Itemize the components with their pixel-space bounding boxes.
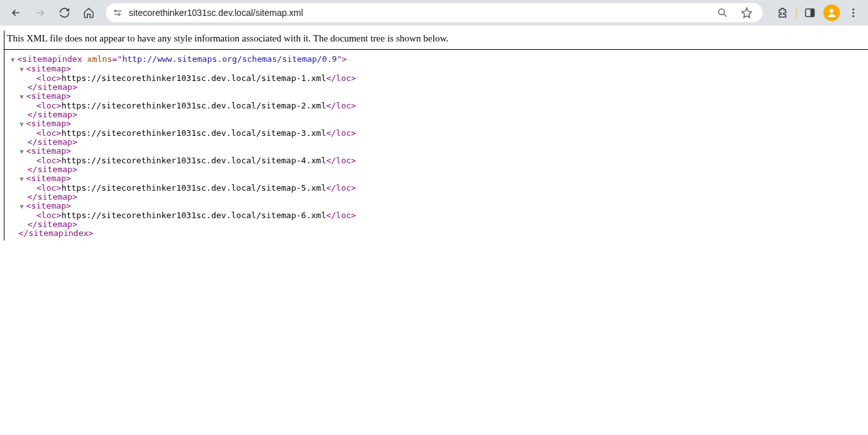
svg-rect-8 <box>811 9 814 17</box>
xml-root-open[interactable]: ▼<sitemapindex xmlns="http://www.sitemap… <box>10 55 865 64</box>
xml-root-close: </sitemapindex> <box>10 229 865 238</box>
bookmark-icon[interactable] <box>737 3 756 22</box>
browser-toolbar: sitecorethinker1031sc.dev.local/sitemap.… <box>0 0 868 26</box>
profile-icon[interactable] <box>823 4 840 21</box>
xml-sitemap-close-5: </sitemap> <box>10 220 865 229</box>
page-content: This XML file does not appear to have an… <box>4 31 868 240</box>
url-text: sitecorethinker1031sc.dev.local/sitemap.… <box>129 8 708 18</box>
xml-sitemap-open-5[interactable]: ▼<sitemap> <box>10 202 865 211</box>
xml-sitemap-open-4[interactable]: ▼<sitemap> <box>10 174 865 184</box>
xml-sitemap-close-0: </sitemap> <box>10 83 865 92</box>
xml-loc-3: <loc>https://sitecorethinker1031sc.dev.l… <box>10 156 865 165</box>
expander-icon[interactable]: ▼ <box>11 55 17 64</box>
xml-sitemap-close-3: </sitemap> <box>10 165 865 174</box>
xml-tree: ▼<sitemapindex xmlns="http://www.sitemap… <box>4 50 868 240</box>
svg-point-2 <box>118 13 120 15</box>
toolbar-right <box>769 3 863 22</box>
svg-point-10 <box>853 8 855 10</box>
xml-sitemap-open-1[interactable]: ▼<sitemap> <box>10 92 865 101</box>
back-button[interactable] <box>5 2 27 24</box>
site-info-icon[interactable] <box>112 7 124 18</box>
zoom-icon[interactable] <box>713 3 732 22</box>
svg-point-12 <box>853 15 855 17</box>
xml-sitemap-close-1: </sitemap> <box>10 110 865 119</box>
svg-point-9 <box>830 9 834 13</box>
separator <box>796 7 797 18</box>
svg-point-11 <box>853 12 855 14</box>
xml-sitemap-open-0[interactable]: ▼<sitemap> <box>10 64 865 74</box>
xml-loc-1: <loc>https://sitecorethinker1031sc.dev.l… <box>10 101 865 110</box>
expander-icon[interactable]: ▼ <box>20 147 26 156</box>
forward-button[interactable] <box>29 2 51 24</box>
arrow-right-icon <box>34 7 46 18</box>
address-actions <box>713 3 756 22</box>
side-panel-icon[interactable] <box>800 3 819 22</box>
xml-sitemap-open-3[interactable]: ▼<sitemap> <box>10 147 865 156</box>
svg-line-6 <box>724 14 726 17</box>
expander-icon[interactable]: ▼ <box>20 175 26 184</box>
expander-icon[interactable]: ▼ <box>20 202 26 211</box>
xml-loc-4: <loc>https://sitecorethinker1031sc.dev.l… <box>10 184 865 193</box>
expander-icon[interactable]: ▼ <box>20 120 26 129</box>
xml-sitemap-close-4: </sitemap> <box>10 193 865 202</box>
home-button[interactable] <box>78 2 100 24</box>
address-bar[interactable]: sitecorethinker1031sc.dev.local/sitemap.… <box>106 3 763 22</box>
reload-icon <box>59 7 70 18</box>
svg-point-5 <box>719 9 724 15</box>
arrow-left-icon <box>10 7 22 18</box>
reload-button[interactable] <box>54 2 75 24</box>
xml-sitemap-close-2: </sitemap> <box>10 138 865 147</box>
expander-icon[interactable]: ▼ <box>20 92 26 101</box>
home-icon <box>83 7 94 18</box>
xml-loc-5: <loc>https://sitecorethinker1031sc.dev.l… <box>10 211 865 220</box>
expander-icon[interactable]: ▼ <box>20 65 26 74</box>
xml-loc-0: <loc>https://sitecorethinker1031sc.dev.l… <box>10 74 865 83</box>
extensions-icon[interactable] <box>773 3 792 22</box>
xml-notice: This XML file does not appear to have an… <box>4 31 868 50</box>
svg-point-0 <box>115 10 117 12</box>
xml-sitemap-open-2[interactable]: ▼<sitemap> <box>10 119 865 129</box>
xml-loc-2: <loc>https://sitecorethinker1031sc.dev.l… <box>10 129 865 138</box>
menu-icon[interactable] <box>844 3 863 22</box>
